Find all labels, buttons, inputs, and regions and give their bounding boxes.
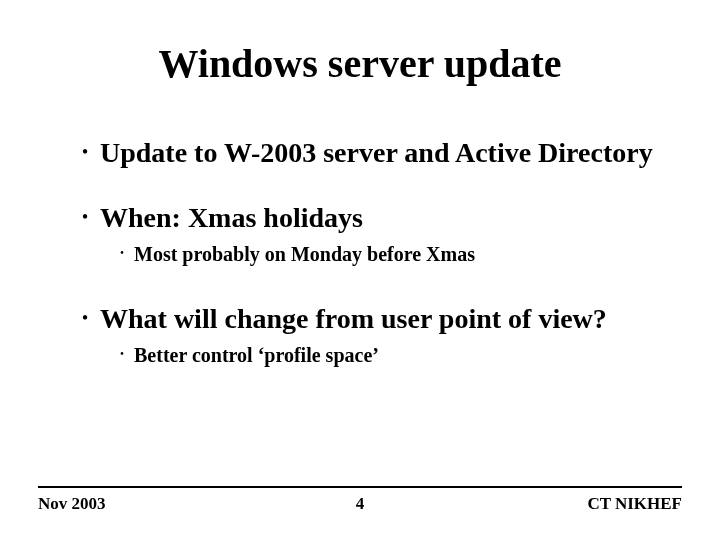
bullet-l2: • Most probably on Monday before Xmas <box>110 241 680 267</box>
slide: Windows server update • Update to W-2003… <box>0 0 720 540</box>
bullet-l1: • What will change from user point of vi… <box>70 301 680 336</box>
bullet-dot-icon: • <box>70 135 100 169</box>
bullet-dot-icon: • <box>70 301 100 335</box>
bullet-text: What will change from user point of view… <box>100 301 680 336</box>
sub-bullets: • Better control ‘profile space’ <box>110 342 680 368</box>
footer-page-number: 4 <box>38 494 682 514</box>
bullet-text: When: Xmas holidays <box>100 200 680 235</box>
bullet-dot-icon: • <box>110 342 134 366</box>
slide-title: Windows server update <box>0 40 720 87</box>
bullet-dot-icon: • <box>70 200 100 234</box>
slide-body: • Update to W-2003 server and Active Dir… <box>70 135 680 378</box>
bullet-text: Update to W-2003 server and Active Direc… <box>100 135 680 170</box>
footer-divider <box>38 486 682 488</box>
bullet-l1: • When: Xmas holidays <box>70 200 680 235</box>
sub-bullets: • Most probably on Monday before Xmas <box>110 241 680 267</box>
bullet-l1: • Update to W-2003 server and Active Dir… <box>70 135 680 170</box>
bullet-text: Better control ‘profile space’ <box>134 342 680 368</box>
bullet-text: Most probably on Monday before Xmas <box>134 241 680 267</box>
footer-org: CT NIKHEF <box>587 494 682 514</box>
bullet-l2: • Better control ‘profile space’ <box>110 342 680 368</box>
bullet-dot-icon: • <box>110 241 134 265</box>
